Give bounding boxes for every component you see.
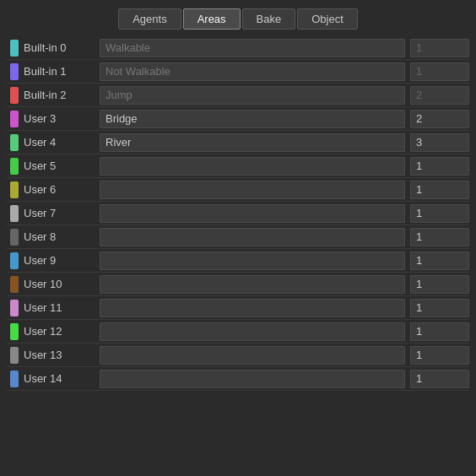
row-label-text: User 13 (24, 349, 62, 361)
table-row: User 4 (7, 131, 469, 154)
color-swatch (10, 252, 19, 269)
color-swatch (10, 134, 19, 151)
table-row: Built-in 2 (7, 84, 469, 107)
row-label-text: User 8 (24, 230, 56, 243)
row-name-input[interactable] (100, 252, 405, 270)
row-label-text: User 14 (24, 372, 62, 385)
row-label: Built-in 2 (7, 87, 100, 104)
tab-areas[interactable]: Areas (183, 8, 241, 30)
table-row: User 6 (7, 178, 469, 202)
row-label-text: Built-in 2 (24, 89, 67, 101)
color-swatch (10, 276, 19, 293)
row-name-input[interactable] (100, 62, 405, 81)
row-num-input[interactable] (410, 110, 469, 128)
row-label-text: User 5 (24, 160, 56, 172)
row-num-input[interactable] (410, 86, 469, 105)
row-label-text: User 3 (24, 112, 56, 125)
row-num-input[interactable] (410, 299, 469, 317)
row-num-input[interactable] (410, 322, 469, 341)
row-label-text: User 12 (24, 325, 62, 338)
row-num-input[interactable] (410, 181, 469, 199)
row-num-input[interactable] (410, 133, 469, 152)
row-name-input[interactable] (100, 181, 405, 199)
table-row: User 14 (7, 367, 469, 391)
row-label-text: User 6 (24, 183, 56, 196)
table-row: Built-in 0 (7, 36, 469, 60)
table-row: User 5 (7, 154, 469, 178)
row-num-input[interactable] (410, 346, 469, 365)
row-name-input[interactable] (100, 275, 405, 294)
row-label-text: User 9 (24, 254, 56, 267)
row-label: User 7 (7, 205, 100, 222)
table-row: User 9 (7, 249, 469, 273)
color-swatch (10, 300, 19, 316)
row-label-text: User 7 (24, 207, 56, 219)
row-label-text: Built-in 0 (24, 41, 67, 54)
row-num-input[interactable] (410, 370, 469, 388)
row-num-input[interactable] (410, 157, 469, 176)
tab-bar: AgentsAreasBakeObject (0, 0, 476, 36)
row-label: User 6 (7, 181, 100, 198)
color-swatch (10, 111, 19, 127)
color-swatch (10, 158, 19, 175)
table-row: Built-in 1 (7, 60, 469, 84)
row-label: User 3 (7, 111, 100, 127)
row-label-text: User 10 (24, 278, 62, 290)
row-label: User 13 (7, 347, 100, 364)
row-name-input[interactable] (100, 299, 405, 317)
table-row: User 7 (7, 202, 469, 225)
table-row: User 8 (7, 225, 469, 249)
row-name-input[interactable] (100, 86, 405, 105)
table-row: User 3 (7, 107, 469, 131)
table-row: User 11 (7, 296, 469, 320)
row-label: User 12 (7, 323, 100, 340)
row-label: User 5 (7, 158, 100, 175)
row-label: Built-in 1 (7, 63, 100, 80)
tab-bake[interactable]: Bake (242, 8, 296, 30)
row-name-input[interactable] (100, 39, 405, 57)
color-swatch (10, 63, 19, 80)
table-row: User 13 (7, 343, 469, 367)
tab-object[interactable]: Object (297, 8, 358, 30)
row-label-text: User 4 (24, 136, 56, 149)
row-name-input[interactable] (100, 370, 405, 388)
areas-table: Built-in 0Built-in 1Built-in 2User 3User… (0, 36, 476, 391)
row-num-input[interactable] (410, 228, 469, 246)
row-label: User 14 (7, 371, 100, 387)
row-num-input[interactable] (410, 62, 469, 81)
color-swatch (10, 181, 19, 198)
tab-agents[interactable]: Agents (118, 8, 181, 30)
row-label: User 8 (7, 229, 100, 246)
color-swatch (10, 40, 19, 57)
row-name-input[interactable] (100, 346, 405, 365)
color-swatch (10, 87, 19, 104)
row-name-input[interactable] (100, 228, 405, 246)
row-num-input[interactable] (410, 204, 469, 223)
table-row: User 12 (7, 320, 469, 343)
row-label-text: Built-in 1 (24, 65, 67, 78)
color-swatch (10, 229, 19, 246)
color-swatch (10, 347, 19, 364)
row-num-input[interactable] (410, 275, 469, 294)
row-name-input[interactable] (100, 204, 405, 223)
row-label: User 11 (7, 300, 100, 316)
color-swatch (10, 371, 19, 387)
row-label: User 10 (7, 276, 100, 293)
row-num-input[interactable] (410, 252, 469, 270)
color-swatch (10, 205, 19, 222)
row-name-input[interactable] (100, 110, 405, 128)
row-num-input[interactable] (410, 39, 469, 57)
color-swatch (10, 323, 19, 340)
row-name-input[interactable] (100, 133, 405, 152)
table-row: User 10 (7, 273, 469, 296)
row-label-text: User 11 (24, 301, 62, 314)
row-label: User 9 (7, 252, 100, 269)
row-label: Built-in 0 (7, 40, 100, 57)
row-label: User 4 (7, 134, 100, 151)
row-name-input[interactable] (100, 322, 405, 341)
row-name-input[interactable] (100, 157, 405, 176)
